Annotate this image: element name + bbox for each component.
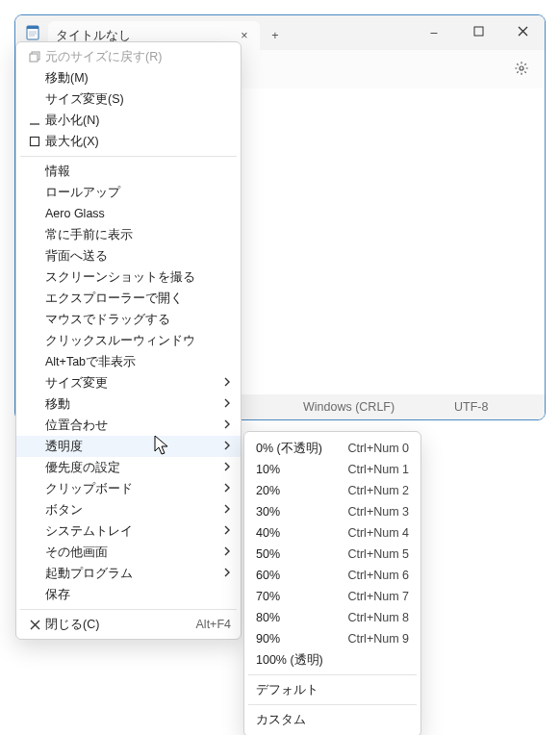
close-icon [518, 26, 528, 39]
menu-item[interactable]: Alt+Tabで非表示 [16, 351, 241, 372]
menu-item[interactable]: ロールアップ [16, 182, 241, 203]
chevron-right-icon [223, 461, 231, 474]
submenu-item[interactable]: 40%Ctrl+Num 4 [244, 522, 420, 544]
menu-item-label: 閉じる(C) [45, 617, 196, 633]
submenu-item-label: デフォルト [256, 682, 409, 698]
menu-item[interactable]: スクリーンショットを撮る [16, 266, 241, 288]
menu-item-label: 情報 [45, 164, 231, 180]
submenu-item[interactable]: 60%Ctrl+Num 6 [244, 565, 420, 586]
submenu-shortcut: Ctrl+Num 1 [347, 463, 409, 476]
menu-item[interactable]: 移動 [16, 393, 241, 415]
menu-item[interactable]: 常に手前に表示 [16, 224, 241, 245]
menu-item[interactable]: 位置合わせ [16, 415, 241, 436]
menu-item[interactable]: 背面へ送る [16, 245, 241, 266]
submenu-item[interactable]: デフォルト [244, 679, 420, 700]
menu-item-label: Alt+Tabで非表示 [45, 354, 231, 370]
submenu-item-label: 10% [256, 463, 347, 476]
submenu-item-label: 50% [256, 547, 347, 561]
menu-item[interactable]: 閉じる(C)Alt+F4 [16, 614, 241, 635]
menu-item[interactable]: 透明度 [16, 436, 241, 457]
submenu-item[interactable]: カスタム [244, 709, 420, 730]
menu-item[interactable]: 情報 [16, 161, 241, 182]
window-minimize-button[interactable]: – [412, 15, 456, 50]
gear-icon [514, 61, 529, 79]
minimize-icon: – [431, 26, 438, 39]
svg-rect-5 [474, 27, 483, 36]
submenu-item-label: 0% (不透明) [256, 441, 347, 457]
menu-item-label: 背面へ送る [45, 248, 231, 265]
menu-item[interactable]: Aero Glass [16, 203, 241, 224]
chevron-right-icon [223, 397, 231, 411]
system-context-menu[interactable]: 元のサイズに戻す(R)移動(M)サイズ変更(S)最小化(N)最大化(X)情報ロー… [15, 41, 242, 640]
submenu-item[interactable]: 90%Ctrl+Num 9 [244, 628, 420, 649]
close-icon [24, 620, 45, 630]
svg-point-6 [520, 66, 523, 70]
menu-item[interactable]: クリップボード [16, 478, 241, 499]
submenu-item[interactable]: 100% (透明) [244, 649, 420, 671]
window-close-button[interactable] [500, 15, 545, 50]
submenu-item[interactable]: 20%Ctrl+Num 2 [244, 480, 420, 501]
submenu-item[interactable]: 0% (不透明)Ctrl+Num 0 [244, 438, 420, 459]
menu-item-label: サイズ変更 [45, 375, 223, 392]
menu-item[interactable]: システムトレイ [16, 520, 241, 542]
menu-item-label: 元のサイズに戻す(R) [45, 49, 231, 65]
menu-item[interactable]: 優先度の設定 [16, 457, 241, 478]
menu-item[interactable]: サイズ変更(S) [16, 89, 241, 110]
menu-item: 元のサイズに戻す(R) [16, 46, 241, 67]
menu-item[interactable]: マウスでドラッグする [16, 309, 241, 330]
chevron-right-icon [223, 545, 231, 559]
menu-item-label: マウスでドラッグする [45, 312, 231, 328]
submenu-item-label: 90% [256, 632, 347, 646]
menu-item[interactable]: その他画面 [16, 542, 241, 563]
menu-item-label: 最小化(N) [45, 113, 231, 129]
menu-item[interactable]: 起動プログラム [16, 563, 241, 584]
submenu-shortcut: Ctrl+Num 3 [347, 505, 409, 519]
menu-item-label: その他画面 [45, 545, 223, 561]
menu-separator [20, 609, 237, 610]
chevron-right-icon [223, 567, 231, 580]
menu-item[interactable]: 保存 [16, 584, 241, 605]
minimize-icon [24, 114, 45, 126]
submenu-item-label: 70% [256, 590, 347, 603]
menu-item-label: クリックスルーウィンドウ [45, 333, 231, 349]
menu-item-label: スクリーンショットを撮る [45, 269, 231, 286]
menu-item[interactable]: 最小化(N) [16, 110, 241, 131]
plus-icon: + [271, 29, 278, 42]
menu-item-label: 最大化(X) [45, 134, 231, 150]
menu-item-label: 移動(M) [45, 70, 231, 87]
submenu-item-label: 100% (透明) [256, 652, 409, 669]
menu-item-label: システムトレイ [45, 523, 223, 540]
menu-item-label: サイズ変更(S) [45, 91, 231, 108]
submenu-shortcut: Ctrl+Num 6 [347, 569, 409, 582]
menu-item[interactable]: エクスプローラーで開く [16, 288, 241, 309]
maximize-icon [473, 26, 484, 39]
menu-item-label: 常に手前に表示 [45, 227, 231, 243]
menu-item[interactable]: 移動(M) [16, 67, 241, 89]
submenu-shortcut: Ctrl+Num 9 [347, 632, 409, 646]
window-maximize-button[interactable] [456, 15, 500, 50]
submenu-item[interactable]: 10%Ctrl+Num 1 [244, 459, 420, 480]
chevron-right-icon [223, 418, 231, 432]
submenu-item[interactable]: 50%Ctrl+Num 5 [244, 544, 420, 565]
opacity-submenu[interactable]: 0% (不透明)Ctrl+Num 010%Ctrl+Num 120%Ctrl+N… [243, 431, 421, 735]
menu-shortcut: Alt+F4 [196, 618, 231, 631]
submenu-shortcut: Ctrl+Num 2 [347, 484, 409, 497]
menu-item-label: クリップボード [45, 481, 223, 497]
maximize-icon [24, 136, 45, 147]
settings-button[interactable] [506, 54, 537, 85]
submenu-item[interactable]: 70%Ctrl+Num 7 [244, 586, 420, 607]
menu-item-label: ロールアップ [45, 185, 231, 201]
submenu-item[interactable]: 80%Ctrl+Num 8 [244, 607, 420, 628]
svg-rect-8 [30, 54, 38, 62]
submenu-shortcut: Ctrl+Num 7 [347, 590, 409, 603]
chevron-right-icon [223, 524, 231, 538]
menu-item-label: Aero Glass [45, 207, 231, 220]
menu-item-label: 位置合わせ [45, 418, 223, 434]
tab-close-icon[interactable]: × [237, 29, 252, 42]
submenu-item[interactable]: 30%Ctrl+Num 3 [244, 501, 420, 522]
menu-item[interactable]: 最大化(X) [16, 131, 241, 152]
new-tab-button[interactable]: + [260, 21, 291, 50]
menu-item[interactable]: ボタン [16, 499, 241, 520]
menu-item[interactable]: クリックスルーウィンドウ [16, 330, 241, 351]
menu-item[interactable]: サイズ変更 [16, 372, 241, 393]
